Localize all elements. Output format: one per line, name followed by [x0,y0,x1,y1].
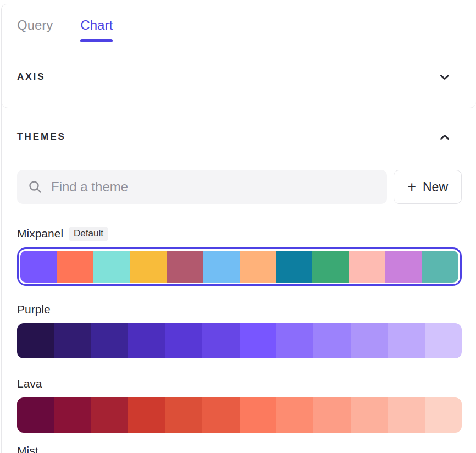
color-swatch [202,397,239,433]
color-swatch [165,323,202,358]
color-swatch [388,323,424,358]
chart-settings-panel: Query Chart AXIS THEMES [1,4,476,453]
theme-palette-mixpanel[interactable] [17,247,462,286]
tab-query-label: Query [17,18,53,33]
theme-item-mist: Mist [17,443,462,453]
color-swatch [425,323,462,358]
plus-icon: + [407,180,416,195]
theme-name: Lava [17,377,42,390]
theme-label-row: Purple [17,302,462,317]
theme-name: Mixpanel [17,227,63,240]
color-swatch [425,397,462,433]
tab-query[interactable]: Query [17,4,53,46]
theme-name: Mist [17,444,38,453]
color-swatch [240,397,276,433]
color-swatch [57,251,93,283]
color-swatch [349,251,385,283]
color-swatch [385,251,422,283]
color-swatch [20,251,57,283]
color-swatch [202,323,239,358]
theme-search-box[interactable] [17,170,387,204]
theme-item-lava: Lava [17,376,462,433]
color-swatch [91,323,128,358]
swatch-row [17,323,462,358]
color-swatch [54,397,91,433]
color-swatch [276,397,313,433]
axis-section-header[interactable]: AXIS [2,46,476,108]
active-tab-indicator [80,39,113,42]
theme-name: Purple [17,303,51,316]
theme-item-purple: Purple [17,302,462,358]
theme-item-mixpanel: Mixpanel Default [17,226,462,286]
color-swatch [276,251,312,283]
tab-chart[interactable]: Chart [80,4,113,46]
theme-search-row: + New [17,170,462,204]
color-swatch [351,397,388,433]
color-swatch [17,397,54,433]
themes-section-title: THEMES [17,131,66,142]
color-swatch [276,323,313,358]
themes-section: THEMES + New Mixpanel [2,108,476,453]
chevron-up-icon[interactable] [440,134,450,140]
swatch-row [20,251,458,283]
color-swatch [422,251,458,283]
color-swatch [167,251,203,283]
color-swatch [351,323,388,358]
color-swatch [240,251,276,283]
color-swatch [17,323,54,358]
theme-label-row: Lava [17,376,462,391]
color-swatch [388,397,424,433]
search-icon [28,180,42,194]
color-swatch [312,251,348,283]
theme-palette-purple[interactable] [17,323,462,358]
color-swatch [93,251,130,283]
new-theme-button[interactable]: + New [394,170,462,204]
themes-section-header[interactable]: THEMES [17,131,462,142]
color-swatch [165,397,202,433]
color-swatch [54,323,91,358]
color-swatch [128,397,165,433]
color-swatch [203,251,239,283]
theme-label-row: Mixpanel Default [17,226,462,241]
theme-search-input[interactable] [51,179,378,195]
swatch-row [17,397,462,433]
color-swatch [91,397,128,433]
color-swatch [313,397,350,433]
color-swatch [130,251,166,283]
theme-palette-lava[interactable] [17,397,462,433]
chevron-down-icon[interactable] [440,74,450,80]
default-badge: Default [69,226,108,241]
axis-section-title: AXIS [17,71,46,82]
color-swatch [128,323,165,358]
tab-bar: Query Chart [2,4,476,46]
new-theme-button-label: New [423,180,448,195]
theme-label-row: Mist [17,443,462,453]
tab-chart-label: Chart [80,18,113,33]
color-swatch [240,323,276,358]
color-swatch [313,323,350,358]
